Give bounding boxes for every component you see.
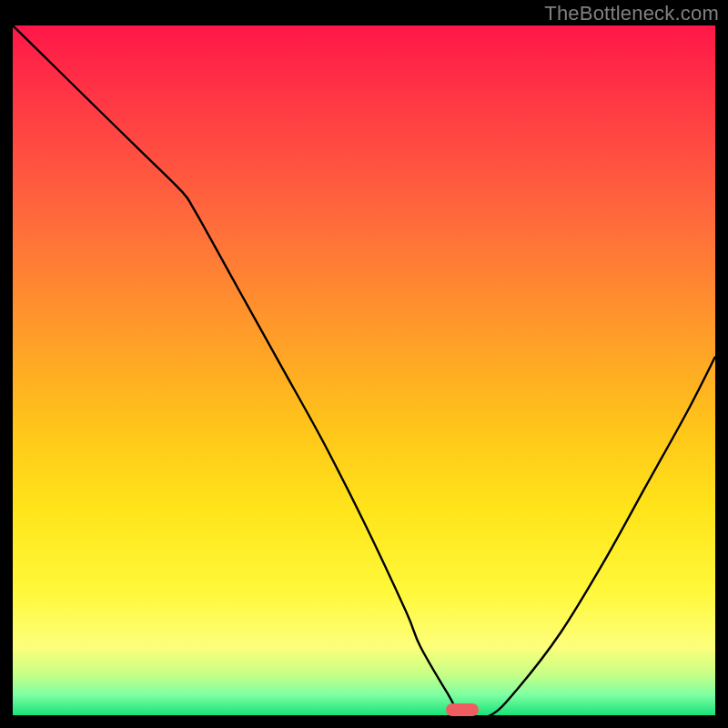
curve-path [13, 25, 715, 715]
bottleneck-chart: TheBottleneck.com [0, 0, 728, 728]
optimal-point-marker [446, 703, 479, 716]
attribution-label: TheBottleneck.com [544, 2, 719, 25]
bottleneck-curve [13, 25, 715, 715]
